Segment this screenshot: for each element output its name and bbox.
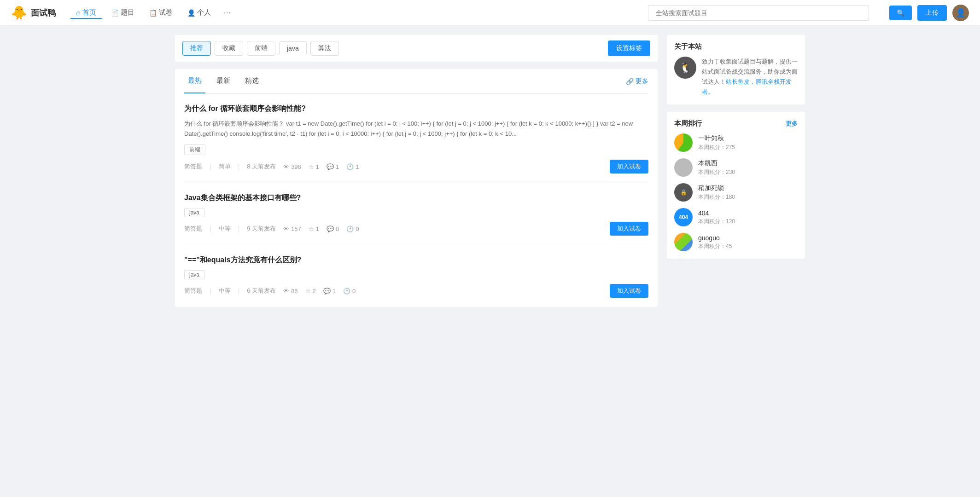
- meta-row-1: 简答题 | 简单 | 8 天前发布 👁 398 ☆ 1: [184, 160, 648, 173]
- q1-views: 👁 398: [283, 163, 301, 170]
- q1-clocks: 🕐 1: [346, 163, 359, 170]
- question-item-2: Java集合类框架的基本接口有哪些? java 简答题 | 中等 | 9 天前发…: [184, 183, 648, 245]
- q1-publish: 8 天前发布: [247, 162, 276, 171]
- home-icon: ⌂: [76, 9, 81, 17]
- logo-text: 面试鸭: [31, 7, 56, 18]
- rank-score-5: 本周积分：45: [698, 243, 798, 250]
- clock-icon-3: 🕐: [343, 288, 350, 295]
- more-link[interactable]: 🔗 更多: [626, 70, 648, 93]
- ranking-title: 本周排行 更多: [674, 119, 798, 128]
- comment-icon: 💬: [327, 163, 334, 170]
- tag-recommended[interactable]: 推荐: [182, 41, 211, 56]
- question-title-2[interactable]: Java集合类框架的基本接口有哪些?: [184, 192, 648, 203]
- tab-latest[interactable]: 最新: [213, 69, 234, 93]
- tag-favorites[interactable]: 收藏: [215, 41, 243, 56]
- rank-item-3: 🔒 稍加死锁 本周积分：180: [674, 183, 798, 202]
- rank-item-4: 404 404 本周积分：120: [674, 208, 798, 226]
- nav-more[interactable]: ···: [220, 6, 234, 19]
- upload-button[interactable]: 上传: [917, 5, 947, 21]
- comment-icon-2: 💬: [327, 225, 334, 232]
- rank-avatar-2: [674, 158, 693, 177]
- tag-java[interactable]: java: [279, 41, 307, 55]
- nav-link-exams[interactable]: 📋 试卷: [144, 6, 178, 19]
- add-quiz-button-3[interactable]: 加入试卷: [610, 284, 648, 298]
- rank-info-4: 404 本周积分：120: [698, 209, 798, 225]
- question-tag-2[interactable]: java: [184, 208, 204, 217]
- q2-stats: 👁 157 ☆ 1 💬 0 🕐 0: [283, 225, 610, 232]
- rank-item-2: 本凯西 本周积分：230: [674, 158, 798, 177]
- rank-score-1: 本周积分：275: [698, 144, 798, 151]
- avatar[interactable]: 👤: [952, 5, 969, 21]
- sep6: |: [238, 287, 240, 295]
- q1-type: 简答题: [184, 162, 202, 171]
- about-text: 致力于收集面试题目与题解，提供一站式面试备战交流服务，助你成为面试达人！站长鱼皮…: [702, 57, 798, 97]
- q1-comments: 💬 1: [327, 163, 339, 170]
- sep2: |: [238, 163, 240, 170]
- tab-selected[interactable]: 精选: [241, 69, 262, 93]
- question-excerpt-1: 为什么 for 循环嵌套顺序会影响性能？ var t1 = new Date()…: [184, 119, 648, 139]
- content-card: 最热 最新 精选 🔗 更多 为什么 for 循环嵌套顺序会影响性能? 为什么 f…: [175, 69, 658, 307]
- add-quiz-button-1[interactable]: 加入试卷: [610, 160, 648, 173]
- tab-hot[interactable]: 最热: [184, 69, 205, 93]
- question-tag-3[interactable]: java: [184, 270, 204, 279]
- question-title-3[interactable]: "=="和equals方法究竟有什么区别?: [184, 254, 648, 266]
- nav-link-home[interactable]: ⌂ 首页: [70, 6, 102, 19]
- star-icon-2: ☆: [309, 225, 314, 232]
- rank-name-5[interactable]: guoguo: [698, 234, 798, 242]
- main-content: 推荐 收藏 前端 java 算法 设置标签 最热 最新 精选 🔗 更多: [175, 35, 658, 307]
- rank-item-1: 一叶知秋 本周积分：275: [674, 133, 798, 152]
- set-tags-button[interactable]: 设置标签: [608, 40, 650, 56]
- about-box: 🐧 致力于收集面试题目与题解，提供一站式面试备战交流服务，助你成为面试达人！站长…: [674, 57, 798, 97]
- logo[interactable]: 🐥 面试鸭: [11, 5, 56, 20]
- rank-item-5: guoguo 本周积分：45: [674, 233, 798, 251]
- star-icon: ☆: [309, 163, 314, 170]
- ranking-more[interactable]: 更多: [786, 120, 798, 128]
- tabs-row: 最热 最新 精选 🔗 更多: [184, 69, 648, 94]
- q2-clocks: 🕐 0: [346, 225, 359, 232]
- q1-stats: 👁 398 ☆ 1 💬 1 🕐 1: [283, 163, 610, 170]
- rank-score-2: 本周积分：230: [698, 168, 798, 176]
- eye-icon-2: 👁: [283, 225, 289, 232]
- about-link-1[interactable]: 站长鱼皮，: [726, 78, 756, 85]
- q3-stats: 👁 86 ☆ 2 💬 1 🕐 0: [283, 288, 610, 295]
- q3-comments: 💬 1: [323, 288, 336, 295]
- q3-views: 👁 86: [283, 288, 298, 295]
- person-icon: 👤: [187, 9, 195, 17]
- rank-info-3: 稍加死锁 本周积分：180: [698, 184, 798, 201]
- add-quiz-button-2[interactable]: 加入试卷: [610, 222, 648, 236]
- rank-name-1[interactable]: 一叶知秋: [698, 134, 798, 143]
- rank-avatar-1: [674, 133, 693, 152]
- rank-avatar-3: 🔒: [674, 183, 693, 202]
- nav-link-profile[interactable]: 👤 个人: [182, 6, 216, 19]
- navbar: 🐥 面试鸭 ⌂ 首页 📄 题目 📋 试卷 👤 个人 ··· 🔍 上传 👤: [0, 0, 980, 26]
- question-title-1[interactable]: 为什么 for 循环嵌套顺序会影响性能?: [184, 103, 648, 114]
- nav-link-questions[interactable]: 📄 题目: [105, 6, 140, 19]
- file-icon: 📋: [149, 9, 157, 17]
- tag-frontend[interactable]: 前端: [247, 41, 275, 56]
- tag-algorithm[interactable]: 算法: [310, 41, 339, 56]
- search-box: [648, 5, 869, 21]
- rank-list: 一叶知秋 本周积分：275 本凯西 本周积分：230 🔒 稍加死锁: [674, 133, 798, 251]
- q1-stars[interactable]: ☆ 1: [309, 163, 319, 170]
- sep5: |: [210, 287, 211, 295]
- rank-name-3[interactable]: 稍加死锁: [698, 184, 798, 192]
- rank-score-4: 本周积分：120: [698, 218, 798, 225]
- clock-icon-2: 🕐: [346, 225, 354, 232]
- search-button[interactable]: 🔍: [889, 6, 912, 20]
- q2-comments: 💬 0: [327, 225, 339, 232]
- rank-name-4[interactable]: 404: [698, 209, 798, 217]
- nav-links: ⌂ 首页 📄 题目 📋 试卷 👤 个人 ···: [70, 6, 234, 19]
- rank-name-2[interactable]: 本凯西: [698, 159, 798, 168]
- question-tag-1[interactable]: 前端: [184, 144, 205, 155]
- search-input[interactable]: [648, 5, 869, 21]
- sidebar: 关于本站 🐧 致力于收集面试题目与题解，提供一站式面试备战交流服务，助你成为面试…: [667, 35, 805, 307]
- tags-bar: 推荐 收藏 前端 java 算法 设置标签: [175, 35, 658, 62]
- q3-publish: 6 天前发布: [247, 287, 276, 295]
- q2-stars[interactable]: ☆ 1: [309, 225, 319, 232]
- rank-avatar-5: [674, 233, 693, 251]
- q3-stars[interactable]: ☆ 2: [305, 288, 316, 295]
- avatar-image: 👤: [956, 8, 966, 18]
- question-item-3: "=="和equals方法究竟有什么区别? java 简答题 | 中等 | 6 …: [184, 245, 648, 307]
- q3-clocks: 🕐 0: [343, 288, 356, 295]
- q1-difficulty: 简单: [219, 162, 231, 171]
